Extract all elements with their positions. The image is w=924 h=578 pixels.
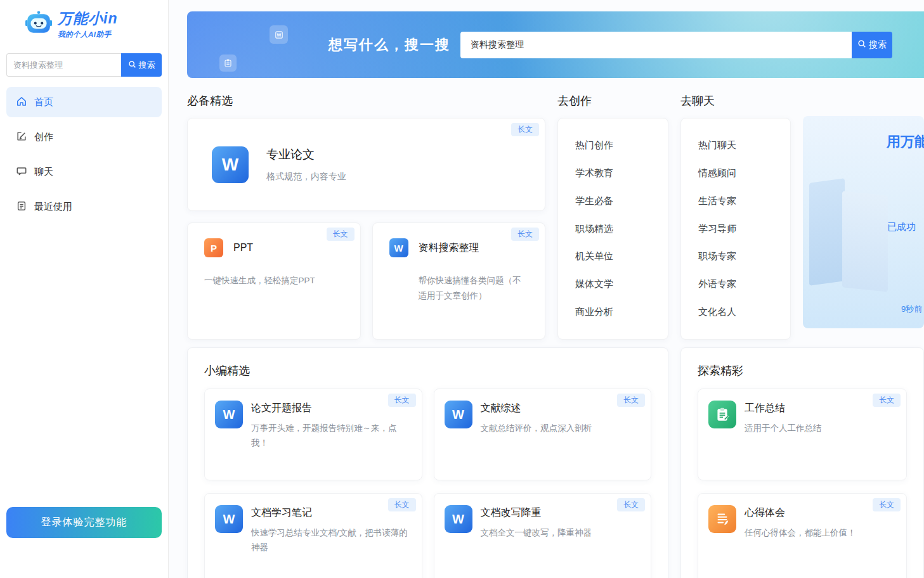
word-icon [215, 505, 243, 533]
sidebar-item-label: 创作 [34, 131, 53, 143]
banner-word-icon [270, 25, 288, 44]
hero-banner: 想写什么，搜一搜 搜索 [187, 11, 924, 78]
section-create: 去创作 热门创作 学术教育 学生必备 职场精选 机关单位 媒体文学 商业分析 [557, 93, 668, 340]
chat-category-list: 热门聊天 情感顾问 生活专家 学习导师 职场专家 外语专家 文化名人 [680, 118, 791, 340]
section-chat: 去聊天 热门聊天 情感顾问 生活专家 学习导师 职场专家 外语专家 文化名人 [680, 93, 791, 340]
sidebar-item-create[interactable]: 创作 [6, 122, 162, 152]
card-text: 论文开题报告 万事开头难，开题报告特别难～来，点我！ [251, 401, 412, 451]
section-title: 必备精选 [187, 93, 545, 108]
card-ppt[interactable]: 长文 PPT 一键快速生成，轻松搞定PPT [187, 222, 361, 340]
card-title: 文档学习笔记 [251, 506, 412, 520]
chat-item-language[interactable]: 外语专家 [681, 278, 790, 290]
banner-search-input[interactable] [460, 32, 852, 58]
create-category-list: 热门创作 学术教育 学生必备 职场精选 机关单位 媒体文学 商业分析 [557, 118, 668, 340]
card-research-search[interactable]: 长文 资料搜索整理 帮你快速搞懂各类问题（不适用于文章创作） [372, 222, 546, 340]
app-tagline: 我的个人AI助手 [58, 30, 117, 39]
login-button[interactable]: 登录体验完整功能 [6, 507, 162, 538]
chat-item-hot[interactable]: 热门聊天 [681, 139, 790, 151]
card-study-notes[interactable]: 长文 文档学习笔记 快速学习总结专业文档/文献，把书读薄的神器 [204, 493, 422, 578]
card-rewrite-dedup[interactable]: 长文 文档改写降重 文档全文一键改写，降重神器 [434, 493, 652, 578]
card-desc: 文献总结评价，观点深入剖析 [481, 421, 595, 436]
app-title-block: 万能小in 我的个人AI助手 [58, 9, 117, 39]
card-desc: 任何心得体会，都能上价值！ [745, 526, 859, 541]
search-icon [857, 39, 866, 50]
building-illustration [809, 178, 845, 286]
badge-long-text: 长文 [388, 498, 416, 511]
card-head: 资料搜索整理 [389, 238, 529, 257]
sidebar-item-chat[interactable]: 聊天 [6, 157, 162, 187]
card-professional-paper[interactable]: 长文 专业论文 格式规范，内容专业 [187, 118, 545, 211]
word-icon [445, 505, 472, 533]
badge-long-text: 长文 [617, 394, 645, 407]
badge-long-text: 长文 [511, 123, 539, 136]
banner-search-button[interactable]: 搜索 [852, 32, 892, 58]
banner-search-button-label: 搜索 [869, 39, 887, 51]
app-title: 万能小in [58, 9, 117, 29]
card-desc: 一键快速生成，轻松搞定PPT [204, 273, 344, 288]
ppt-icon [204, 238, 223, 257]
create-item-workplace[interactable]: 职场精选 [558, 223, 668, 235]
card-work-summary[interactable]: 长文 工作总结 适用于个人工作总结 [698, 389, 907, 480]
card-reflections[interactable]: 长文 心得体会 任何心得体会，都能上价值！ [698, 493, 907, 578]
card-desc: 万事开头难，开题报告特别难～来，点我！ [251, 421, 412, 451]
promo-status: 已成功 [887, 221, 916, 233]
card-literature-review[interactable]: 长文 文献综述 文献总结评价，观点深入剖析 [434, 389, 652, 480]
building-illustration [842, 191, 888, 292]
edit-icon [16, 131, 27, 144]
sidebar-search-input[interactable] [6, 53, 121, 77]
chat-item-culture[interactable]: 文化名人 [681, 306, 790, 318]
sidebar-search-button-label: 搜索 [139, 60, 155, 71]
sidebar-search-button[interactable]: 搜索 [121, 53, 162, 77]
promo-timestamp: 9秒前 [901, 304, 922, 315]
promo-card[interactable]: 用万能 已成功 9秒前 [803, 116, 924, 328]
create-item-academic[interactable]: 学术教育 [558, 167, 668, 179]
sidebar-item-label: 首页 [34, 96, 53, 108]
section-explore: 探索精彩 长文 工作总结 适用于个人工作总结 [680, 347, 924, 578]
promo-headline: 用万能 [887, 132, 924, 151]
create-item-media[interactable]: 媒体文学 [558, 278, 668, 290]
card-text: 工作总结 适用于个人工作总结 [745, 401, 824, 436]
badge-long-text: 长文 [327, 228, 355, 241]
create-item-business[interactable]: 商业分析 [558, 306, 668, 318]
section-editor-picks: 小编精选 长文 论文开题报告 万事开头难，开题报告特别难～来，点我！ 长文 文献… [187, 347, 668, 578]
chat-item-study[interactable]: 学习导师 [681, 223, 790, 235]
create-item-student[interactable]: 学生必备 [558, 195, 668, 207]
card-title: 工作总结 [745, 402, 824, 415]
robot-logo-icon [25, 10, 52, 39]
card-title: PPT [233, 242, 253, 254]
sidebar-item-recent[interactable]: 最近使用 [6, 191, 162, 222]
section-title: 去聊天 [680, 93, 791, 108]
explore-card-grid: 长文 工作总结 适用于个人工作总结 [698, 389, 907, 578]
card-desc: 文档全文一键改写，降重神器 [481, 526, 595, 541]
home-icon [16, 96, 27, 109]
content-grid: 必备精选 长文 专业论文 格式规范，内容专业 长文 PPT 一键快速生成，轻松搞… [187, 93, 924, 578]
editor-card-grid: 长文 论文开题报告 万事开头难，开题报告特别难～来，点我！ 长文 文献综述 文献… [204, 389, 651, 578]
section-title: 小编精选 [204, 363, 651, 378]
card-title: 心得体会 [745, 506, 859, 520]
chat-item-life[interactable]: 生活专家 [681, 195, 790, 207]
card-text: 文档改写降重 文档全文一键改写，降重神器 [481, 505, 595, 541]
section-title: 去创作 [557, 93, 668, 108]
banner-search: 搜索 [460, 32, 892, 58]
sidebar-item-home[interactable]: 首页 [6, 87, 162, 117]
card-thesis-proposal[interactable]: 长文 论文开题报告 万事开头难，开题报告特别难～来，点我！ [204, 389, 422, 480]
sidebar-item-label: 最近使用 [34, 201, 72, 213]
card-desc: 格式规范，内容专业 [266, 171, 346, 183]
banner-title: 想写什么，搜一搜 [329, 35, 450, 55]
card-desc: 帮你快速搞懂各类问题（不适用于文章创作） [389, 273, 529, 303]
sidebar-search: 搜索 [6, 53, 162, 77]
sidebar-nav: 首页 创作 聊天 最近使用 [6, 87, 162, 222]
chat-icon [16, 165, 27, 179]
card-text: 文献综述 文献总结评价，观点深入剖析 [481, 401, 595, 436]
create-item-hot[interactable]: 热门创作 [558, 139, 668, 151]
sidebar: 万能小in 我的个人AI助手 搜索 首页 [0, 0, 169, 578]
chat-item-emotion[interactable]: 情感顾问 [681, 167, 790, 179]
recent-icon [16, 200, 27, 214]
chat-item-career[interactable]: 职场专家 [681, 250, 790, 262]
card-title: 文献综述 [481, 402, 595, 415]
word-icon [212, 146, 249, 183]
badge-long-text: 长文 [388, 394, 416, 407]
badge-long-text: 长文 [873, 394, 901, 407]
card-title: 论文开题报告 [251, 402, 412, 415]
create-item-government[interactable]: 机关单位 [558, 250, 668, 262]
